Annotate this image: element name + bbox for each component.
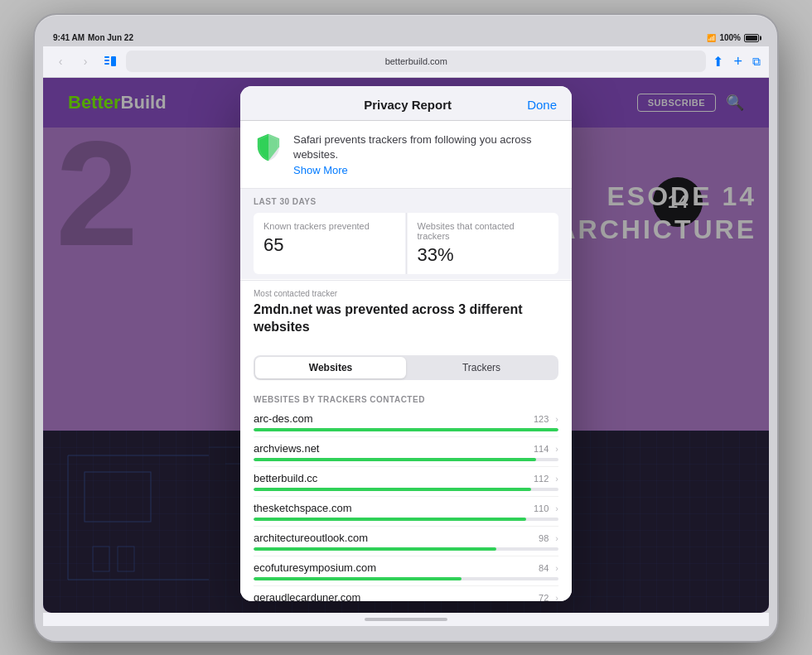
progress-track — [254, 518, 558, 521]
battery-icon — [744, 34, 759, 42]
website-name: betterbuild.cc — [254, 472, 317, 484]
battery-fill — [746, 36, 757, 41]
tab-websites[interactable]: Websites — [255, 357, 406, 378]
chevron-right-icon: › — [555, 563, 558, 573]
trackers-prevented-box: Known trackers prevented 65 — [254, 213, 405, 274]
progress-bar — [254, 488, 531, 491]
website-count: 123 — [525, 414, 549, 424]
website-row[interactable]: arc-des.com 123 › — [254, 407, 558, 437]
websites-section-label: WEBSITES BY TRACKERS CONTACTED — [254, 388, 558, 407]
progress-track — [254, 488, 558, 491]
most-contacted-text: 2mdn.net was prevented across 3 differen… — [254, 301, 558, 336]
modal-body: Safari prevents trackers from following … — [240, 121, 572, 601]
browser-chrome: ‹ › betterbuild.com ⬆ + ⧉ — [43, 46, 769, 78]
tabs-button[interactable]: ⧉ — [752, 55, 761, 69]
tracker-highlight: Most contacted tracker 2mdn.net was prev… — [240, 280, 572, 348]
website-row[interactable]: architectureoutlook.com 98 › — [254, 527, 558, 556]
progress-bar — [254, 547, 496, 551]
home-indicator — [43, 613, 769, 626]
website-row[interactable]: geraudlecarduner.com 72 › — [254, 586, 558, 600]
website-name: arc-des.com — [254, 412, 313, 425]
modal-title: Privacy Report — [288, 98, 527, 112]
forward-button[interactable]: › — [76, 52, 94, 70]
website-count: 112 — [525, 474, 549, 484]
back-button[interactable]: ‹ — [51, 52, 70, 70]
tab-switcher: Websites Trackers — [254, 355, 558, 380]
privacy-report-modal: Privacy Report Done — [240, 86, 572, 601]
website-count: 110 — [525, 503, 549, 513]
svg-rect-0 — [104, 56, 109, 58]
svg-rect-3 — [104, 63, 109, 65]
toolbar-icons: ⬆ + ⧉ — [713, 53, 761, 70]
content-area: BetterBuild SUBSCRIBE 🔍 2 14 ESODE 14 AR… — [43, 78, 769, 613]
done-button[interactable]: Done — [527, 98, 557, 112]
progress-track — [254, 458, 558, 461]
websites-contacted-box: Websites that contacted trackers 33% — [408, 213, 559, 274]
website-name: archviews.net — [254, 442, 319, 455]
progress-track — [254, 577, 558, 580]
date-display: Mon Jun 22 — [88, 33, 133, 42]
websites-contacted-label: Websites that contacted trackers — [418, 221, 549, 241]
period-label: LAST 30 DAYS — [254, 197, 558, 206]
battery-percent: 100% — [719, 33, 741, 42]
modal-overlay: Privacy Report Done — [43, 78, 769, 613]
url-display: betterbuild.com — [385, 56, 447, 66]
time-display: 9:41 AM — [53, 33, 85, 42]
home-bar — [365, 618, 447, 621]
progress-bar — [254, 428, 558, 431]
wifi-icon: 📶 — [707, 34, 716, 42]
website-name: architectureoutlook.com — [254, 532, 368, 544]
share-button[interactable]: ⬆ — [713, 54, 723, 70]
website-name: geraudlecarduner.com — [254, 591, 360, 600]
website-name: thesketchspace.com — [254, 502, 352, 514]
stats-grid: Known trackers prevented 65 Websites tha… — [254, 213, 558, 274]
shield-icon — [254, 132, 283, 162]
progress-track — [254, 547, 558, 551]
progress-bar — [254, 518, 526, 521]
most-contacted-label: Most contacted tracker — [254, 289, 558, 298]
website-row[interactable]: ecofuturesymposium.com 84 › — [254, 556, 558, 586]
progress-bar — [254, 458, 536, 461]
modal-header: Privacy Report Done — [240, 86, 572, 121]
ipad-frame: 9:41 AM Mon Jun 22 📶 100% ‹ › betterbuil… — [33, 13, 779, 643]
chevron-right-icon: › — [555, 593, 558, 601]
trackers-prevented-label: Known trackers prevented — [263, 221, 395, 231]
website-row[interactable]: archviews.net 114 › — [254, 437, 558, 467]
show-more-link[interactable]: Show More — [293, 164, 558, 176]
website-count: 98 — [525, 533, 549, 543]
shield-banner-content: Safari prevents trackers from following … — [293, 132, 558, 176]
website-rows-container: arc-des.com 123 › archviews.net 114 › — [254, 407, 558, 600]
website-count: 72 — [525, 593, 549, 601]
website-count: 114 — [525, 444, 549, 454]
status-bar-left: 9:41 AM Mon Jun 22 — [53, 33, 133, 42]
chevron-right-icon: › — [555, 474, 558, 484]
trackers-prevented-value: 65 — [263, 234, 395, 256]
websites-list: WEBSITES BY TRACKERS CONTACTED arc-des.c… — [240, 388, 572, 600]
chevron-right-icon: › — [555, 503, 558, 513]
stats-section: LAST 30 DAYS Known trackers prevented 65… — [240, 189, 572, 279]
svg-rect-1 — [104, 60, 109, 61]
chevron-right-icon: › — [555, 414, 558, 424]
progress-bar — [254, 577, 462, 580]
add-tab-button[interactable]: + — [733, 53, 742, 70]
chevron-right-icon: › — [555, 444, 558, 454]
website-count: 84 — [525, 563, 549, 573]
shield-banner: Safari prevents trackers from following … — [240, 121, 572, 189]
website-row[interactable]: betterbuild.cc 112 › — [254, 467, 558, 497]
website-name: ecofuturesymposium.com — [254, 561, 376, 574]
website-row[interactable]: thesketchspace.com 110 › — [254, 497, 558, 527]
chevron-right-icon: › — [555, 533, 558, 543]
tab-trackers[interactable]: Trackers — [406, 357, 557, 378]
progress-track — [254, 428, 558, 431]
shield-text: Safari prevents trackers from following … — [293, 132, 558, 162]
svg-rect-2 — [111, 56, 116, 66]
websites-contacted-value: 33% — [418, 244, 549, 266]
status-bar: 9:41 AM Mon Jun 22 📶 100% — [43, 30, 769, 46]
status-bar-right: 📶 100% — [707, 33, 759, 42]
reader-button[interactable] — [101, 52, 119, 70]
address-bar[interactable]: betterbuild.com — [126, 51, 706, 72]
